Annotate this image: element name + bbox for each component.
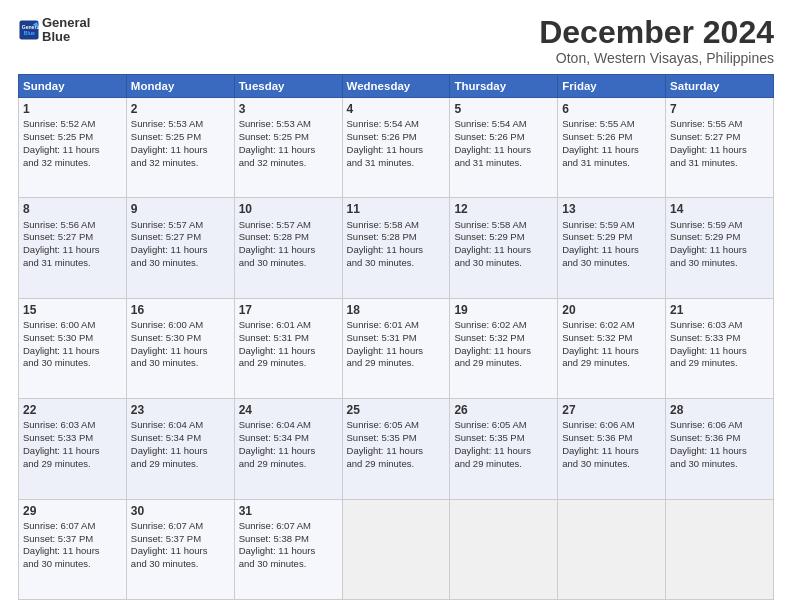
- day-number: 24: [239, 402, 338, 418]
- day-info-line: Sunset: 5:25 PM: [131, 131, 230, 144]
- day-cell: [450, 499, 558, 599]
- day-info-line: Sunset: 5:28 PM: [347, 231, 446, 244]
- calendar-table: SundayMondayTuesdayWednesdayThursdayFrid…: [18, 74, 774, 600]
- day-info-line: Daylight: 11 hours: [670, 244, 769, 257]
- day-info-line: and 30 minutes.: [562, 458, 661, 471]
- day-info-line: Sunset: 5:27 PM: [670, 131, 769, 144]
- header: General Blue General Blue December 2024 …: [18, 16, 774, 66]
- week-row-3: 15Sunrise: 6:00 AMSunset: 5:30 PMDayligh…: [19, 298, 774, 398]
- day-number: 28: [670, 402, 769, 418]
- day-info-line: Sunrise: 5:57 AM: [131, 219, 230, 232]
- day-number: 15: [23, 302, 122, 318]
- day-cell: 15Sunrise: 6:00 AMSunset: 5:30 PMDayligh…: [19, 298, 127, 398]
- day-info-line: Daylight: 11 hours: [670, 144, 769, 157]
- day-cell: 6Sunrise: 5:55 AMSunset: 5:26 PMDaylight…: [558, 98, 666, 198]
- day-number: 18: [347, 302, 446, 318]
- day-info-line: Sunset: 5:33 PM: [23, 432, 122, 445]
- day-info-line: Sunset: 5:29 PM: [454, 231, 553, 244]
- day-info-line: Sunrise: 6:03 AM: [23, 419, 122, 432]
- day-info-line: and 29 minutes.: [347, 357, 446, 370]
- day-info-line: and 29 minutes.: [562, 357, 661, 370]
- day-cell: 7Sunrise: 5:55 AMSunset: 5:27 PMDaylight…: [666, 98, 774, 198]
- day-info-line: Sunrise: 5:54 AM: [347, 118, 446, 131]
- day-number: 12: [454, 201, 553, 217]
- day-cell: 10Sunrise: 5:57 AMSunset: 5:28 PMDayligh…: [234, 198, 342, 298]
- day-info-line: and 29 minutes.: [454, 357, 553, 370]
- day-cell: 30Sunrise: 6:07 AMSunset: 5:37 PMDayligh…: [126, 499, 234, 599]
- day-info-line: Daylight: 11 hours: [23, 244, 122, 257]
- day-info-line: Sunrise: 5:52 AM: [23, 118, 122, 131]
- logo: General Blue General Blue: [18, 16, 90, 45]
- day-info-line: Daylight: 11 hours: [239, 445, 338, 458]
- col-header-wednesday: Wednesday: [342, 75, 450, 98]
- day-number: 2: [131, 101, 230, 117]
- day-cell: 1Sunrise: 5:52 AMSunset: 5:25 PMDaylight…: [19, 98, 127, 198]
- day-info-line: Sunrise: 6:04 AM: [131, 419, 230, 432]
- day-cell: 8Sunrise: 5:56 AMSunset: 5:27 PMDaylight…: [19, 198, 127, 298]
- logo-text: General Blue: [42, 16, 90, 45]
- day-number: 21: [670, 302, 769, 318]
- day-cell: 27Sunrise: 6:06 AMSunset: 5:36 PMDayligh…: [558, 399, 666, 499]
- day-cell: 31Sunrise: 6:07 AMSunset: 5:38 PMDayligh…: [234, 499, 342, 599]
- day-number: 26: [454, 402, 553, 418]
- day-number: 10: [239, 201, 338, 217]
- day-number: 9: [131, 201, 230, 217]
- day-number: 31: [239, 503, 338, 519]
- day-info-line: and 30 minutes.: [562, 257, 661, 270]
- day-number: 14: [670, 201, 769, 217]
- day-info-line: Sunrise: 6:00 AM: [23, 319, 122, 332]
- day-info-line: and 31 minutes.: [347, 157, 446, 170]
- day-info-line: Daylight: 11 hours: [454, 244, 553, 257]
- day-info-line: and 29 minutes.: [239, 357, 338, 370]
- day-info-line: Sunrise: 5:55 AM: [670, 118, 769, 131]
- title-area: December 2024 Oton, Western Visayas, Phi…: [539, 16, 774, 66]
- day-info-line: and 29 minutes.: [454, 458, 553, 471]
- day-info-line: Sunset: 5:38 PM: [239, 533, 338, 546]
- day-number: 17: [239, 302, 338, 318]
- day-info-line: Sunrise: 6:00 AM: [131, 319, 230, 332]
- col-header-friday: Friday: [558, 75, 666, 98]
- day-info-line: Sunrise: 5:58 AM: [454, 219, 553, 232]
- svg-text:Blue: Blue: [24, 30, 35, 36]
- day-cell: 26Sunrise: 6:05 AMSunset: 5:35 PMDayligh…: [450, 399, 558, 499]
- page: General Blue General Blue December 2024 …: [0, 0, 792, 612]
- day-info-line: Sunrise: 5:54 AM: [454, 118, 553, 131]
- day-info-line: and 29 minutes.: [670, 357, 769, 370]
- day-info-line: Sunrise: 5:58 AM: [347, 219, 446, 232]
- day-number: 4: [347, 101, 446, 117]
- day-number: 7: [670, 101, 769, 117]
- day-info-line: Daylight: 11 hours: [131, 545, 230, 558]
- week-row-5: 29Sunrise: 6:07 AMSunset: 5:37 PMDayligh…: [19, 499, 774, 599]
- day-info-line: and 30 minutes.: [131, 558, 230, 571]
- day-cell: 23Sunrise: 6:04 AMSunset: 5:34 PMDayligh…: [126, 399, 234, 499]
- day-cell: 19Sunrise: 6:02 AMSunset: 5:32 PMDayligh…: [450, 298, 558, 398]
- day-info-line: Daylight: 11 hours: [239, 244, 338, 257]
- day-cell: 25Sunrise: 6:05 AMSunset: 5:35 PMDayligh…: [342, 399, 450, 499]
- logo-line1: General: [42, 16, 90, 30]
- day-cell: 13Sunrise: 5:59 AMSunset: 5:29 PMDayligh…: [558, 198, 666, 298]
- day-info-line: Sunset: 5:29 PM: [562, 231, 661, 244]
- day-cell: 5Sunrise: 5:54 AMSunset: 5:26 PMDaylight…: [450, 98, 558, 198]
- logo-line2: Blue: [42, 30, 90, 44]
- day-number: 13: [562, 201, 661, 217]
- day-info-line: Sunset: 5:31 PM: [239, 332, 338, 345]
- day-info-line: Sunrise: 6:04 AM: [239, 419, 338, 432]
- day-number: 23: [131, 402, 230, 418]
- day-cell: 21Sunrise: 6:03 AMSunset: 5:33 PMDayligh…: [666, 298, 774, 398]
- day-info-line: Sunset: 5:35 PM: [454, 432, 553, 445]
- day-number: 27: [562, 402, 661, 418]
- day-info-line: Sunrise: 6:02 AM: [454, 319, 553, 332]
- day-number: 8: [23, 201, 122, 217]
- day-info-line: Sunrise: 5:56 AM: [23, 219, 122, 232]
- day-info-line: Sunrise: 5:59 AM: [670, 219, 769, 232]
- day-info-line: Daylight: 11 hours: [131, 244, 230, 257]
- day-info-line: Sunset: 5:34 PM: [239, 432, 338, 445]
- day-info-line: and 29 minutes.: [23, 458, 122, 471]
- day-info-line: Sunset: 5:25 PM: [23, 131, 122, 144]
- day-info-line: Daylight: 11 hours: [239, 345, 338, 358]
- day-info-line: and 30 minutes.: [23, 558, 122, 571]
- day-number: 19: [454, 302, 553, 318]
- day-number: 20: [562, 302, 661, 318]
- day-info-line: Sunrise: 5:59 AM: [562, 219, 661, 232]
- main-title: December 2024: [539, 16, 774, 48]
